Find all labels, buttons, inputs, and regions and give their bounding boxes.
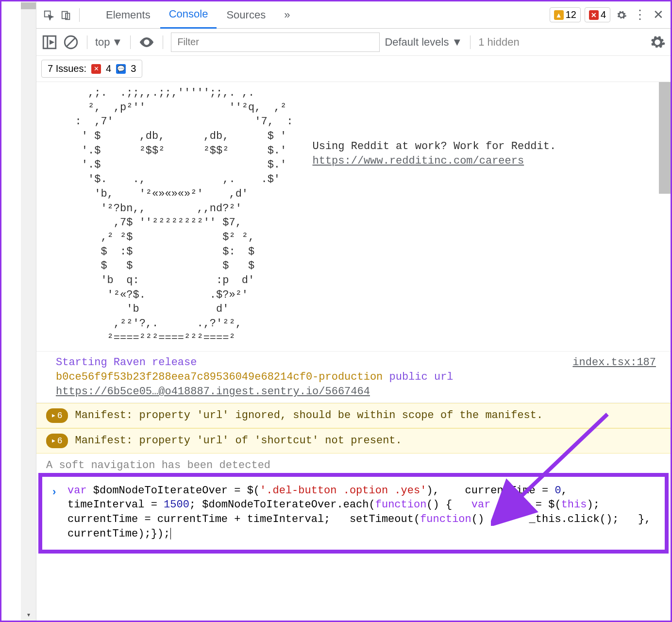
- warning-text: Manifest: property 'url' of 'shortcut' n…: [75, 434, 402, 448]
- code-num: 1500: [164, 499, 189, 511]
- repeat-count-pill[interactable]: 6: [46, 408, 68, 423]
- console-input[interactable]: var $domNodeToIterateOver = $('.del-butt…: [67, 484, 656, 541]
- code-text: ; $domNodeToIterateOver.each(: [189, 499, 375, 511]
- device-toggle-icon[interactable]: [59, 8, 73, 22]
- info-icon: 💬: [116, 64, 126, 74]
- hidden-count[interactable]: 1 hidden: [478, 36, 519, 49]
- prompt-icon: ›: [51, 486, 57, 500]
- clear-console-icon[interactable]: [63, 34, 79, 50]
- code-text: $domNodeToIterateOver = $(: [87, 485, 260, 497]
- divider: [87, 35, 87, 49]
- issues-err-count: 4: [106, 63, 111, 74]
- code-kw: var: [471, 499, 491, 511]
- divider: [470, 35, 470, 49]
- log-levels-selector[interactable]: Default levels ▼: [385, 36, 462, 49]
- console-output: ,;. .;;,,.;;,''''';;,. ,. ², ,p²'' ''²q,…: [36, 82, 671, 621]
- code-str: '.del-button .option .yes': [260, 485, 426, 497]
- page-scrollbar[interactable]: ▴ ▾: [21, 1, 36, 621]
- recruiting-text: Using Reddit at work? Work for Reddit.: [312, 139, 656, 154]
- issues-bar: 7 Issues: ✕ 4 💬 3: [36, 56, 671, 82]
- text-cursor: [170, 528, 171, 539]
- inspect-element-icon[interactable]: [41, 8, 56, 22]
- warning-icon: ▲: [554, 10, 564, 20]
- svg-rect-1: [62, 11, 67, 18]
- console-warning-2: 6 Manifest: property 'url' of 'shortcut'…: [36, 428, 671, 454]
- console-log-ascii: ,;. .;;,,.;;,''''';;,. ,. ², ,p²'' ''²q,…: [36, 82, 671, 352]
- code-num: 0: [554, 485, 561, 497]
- context-label: top: [95, 36, 110, 49]
- context-selector[interactable]: top ▼: [95, 36, 122, 49]
- raven-tail: public url: [389, 371, 454, 383]
- warning-count: 12: [566, 9, 576, 20]
- warning-text: Manifest: property 'url' ignored, should…: [75, 408, 543, 423]
- raven-text: Starting Raven release: [56, 356, 197, 369]
- code-kw: var: [67, 485, 87, 497]
- divider: [163, 35, 163, 49]
- console-input-highlight: › var $domNodeToIterateOver = $('.del-bu…: [38, 473, 669, 554]
- tab-more[interactable]: »: [275, 2, 299, 28]
- raven-hash: b0ce56f9f53b23f288eea7c89536049e68214cf0…: [56, 371, 383, 383]
- scroll-down-icon[interactable]: ▾: [21, 609, 36, 621]
- devtools-tabs: Elements Console Sources »: [97, 1, 299, 29]
- close-icon[interactable]: ✕: [651, 8, 666, 22]
- tab-elements[interactable]: Elements: [97, 2, 159, 28]
- raven-url[interactable]: https://6b5ce05…@o418887.ingest.sentry.i…: [56, 386, 370, 398]
- chevron-down-icon: ▼: [112, 36, 123, 49]
- sidebar-toggle-icon[interactable]: [41, 34, 58, 50]
- settings-icon[interactable]: [614, 8, 629, 22]
- truncated-text: A soft navigation has been detected: [46, 459, 270, 471]
- ascii-side-text: Using Reddit at work? Work for Reddit. h…: [312, 86, 656, 345]
- console-toolbar: top ▼ Default levels ▼ 1 hidden: [36, 29, 671, 56]
- console-settings-icon[interactable]: [649, 34, 666, 50]
- scroll-thumb[interactable]: [21, 2, 36, 9]
- tab-console[interactable]: Console: [160, 1, 217, 29]
- console-log-raven: index.tsx:187 Starting Raven release b0c…: [36, 352, 671, 403]
- console-warning-1: 6 Manifest: property 'url' ignored, shou…: [36, 403, 671, 428]
- issues-info-count: 3: [131, 63, 136, 74]
- error-badge[interactable]: ✕ 4: [585, 7, 610, 22]
- code-text: () {: [426, 499, 471, 511]
- levels-label: Default levels: [385, 36, 449, 49]
- code-text: _this = $(: [490, 499, 561, 511]
- tab-sources[interactable]: Sources: [218, 2, 274, 28]
- code-kw: this: [561, 499, 587, 511]
- code-text: ), currentTime =: [426, 485, 554, 497]
- divider: [79, 8, 80, 22]
- console-log-truncated: A soft navigation has been detected: [36, 454, 671, 473]
- issues-label: 7 Issues:: [48, 63, 86, 74]
- issues-chip[interactable]: 7 Issues: ✕ 4 💬 3: [41, 60, 142, 78]
- recruiting-link[interactable]: https://www.redditinc.com/careers: [312, 155, 524, 167]
- filter-input[interactable]: [171, 33, 380, 52]
- devtools-toolbar: Elements Console Sources » ▲ 12 ✕ 4 ⋮ ✕: [36, 1, 671, 29]
- error-count: 4: [601, 9, 606, 20]
- warning-badge[interactable]: ▲ 12: [550, 7, 581, 22]
- chevron-down-icon: ▼: [452, 36, 462, 49]
- code-kw: function: [375, 499, 427, 511]
- error-icon: ✕: [589, 10, 599, 20]
- divider: [130, 35, 131, 49]
- devtools-panel: Elements Console Sources » ▲ 12 ✕ 4 ⋮ ✕: [36, 1, 671, 621]
- ascii-art: ,;. .;;,,.;;,''''';;,. ,. ², ,p²'' ''²q,…: [56, 86, 293, 345]
- error-icon: ✕: [91, 64, 101, 74]
- console-scrollbar[interactable]: [659, 82, 671, 194]
- live-expression-icon[interactable]: [138, 34, 155, 50]
- repeat-count-pill[interactable]: 6: [46, 434, 68, 448]
- kebab-menu-icon[interactable]: ⋮: [633, 8, 647, 22]
- code-kw: function: [420, 513, 471, 525]
- source-link[interactable]: index.tsx:187: [572, 355, 656, 370]
